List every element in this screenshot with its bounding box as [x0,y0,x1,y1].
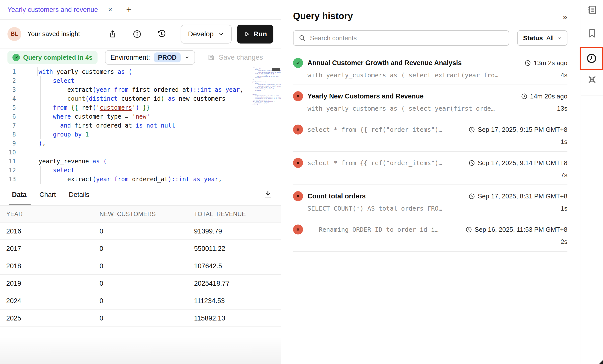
resize-handle[interactable] [599,360,603,364]
query-title: select * from {{ ref("order_items")… [307,126,468,133]
query-history-item[interactable]: Yearly New Customers and Revenue14m 20s … [293,85,567,118]
run-button[interactable]: Run [237,25,273,44]
search-icon [299,34,306,42]
results-tab-bar: Data Chart Details [0,184,281,205]
table-row: 20180107642.5 [0,257,281,275]
query-title: Count total orders [307,192,468,200]
status-filter-value: All [546,34,553,42]
minimap-code: with yearly_customers as ( select extrac… [252,67,280,105]
share-button[interactable] [107,29,118,39]
query-duration: 1s [561,205,567,212]
save-changes-button[interactable]: Save changes [207,53,263,61]
query-timestamp: Sep 16, 2025, 11:53 PM GMT+8 [465,226,567,233]
table-row: 20250115892.13 [0,310,281,327]
environment-selector[interactable]: Environment: PROD [105,50,195,65]
tab-chart[interactable]: Chart [40,184,56,205]
line-number: 9 [0,139,25,148]
indent-guide [40,76,41,139]
table-cell: 0 [93,275,188,292]
plus-icon: + [126,4,132,15]
close-icon[interactable]: × [108,6,112,13]
query-timestamp: 14m 20s ago [521,92,567,100]
page-title: Query history [293,11,353,21]
code-text: extract(year from first_ordered_at)::int… [39,85,244,94]
query-history-item[interactable]: -- Renaming ORDER_ID to order_id i…Sep 1… [293,218,567,252]
table-cell: 0 [93,292,188,310]
code-line: 11yearly_revenue as ( [0,157,281,166]
search-box [293,30,509,46]
code-line: 5 from {{ ref('customers') }} [0,103,281,112]
query-history-item[interactable]: select * from {{ ref("order_items")…Sep … [293,152,567,185]
query-history-item[interactable]: Annual Customer Growth and Revenue Analy… [293,52,567,85]
query-history-item[interactable]: Count total ordersSep 17, 2025, 8:31 PM … [293,185,567,218]
table-cell: 2025418.77 [188,275,281,292]
line-number: 7 [0,121,25,130]
code-text: ), [39,139,46,148]
lineage-icon[interactable] [581,74,603,85]
query-snippet: with yearly_customers as ( select year(f… [307,105,557,112]
collapse-panel-icon[interactable]: » [563,12,567,21]
indent-guide [55,175,55,184]
code-line: 8 group by 1 [0,130,281,139]
minimap-slider[interactable] [272,68,280,71]
history-clock-icon[interactable] [580,47,603,70]
table-row: 2016091399.79 [0,223,281,240]
code-text: where customer_type = 'new' [39,112,150,121]
code-line: 13 extract(year from ordered_at)::int as… [0,175,281,184]
line-number: 4 [0,94,25,103]
status-filter-dropdown[interactable]: Status All [517,30,567,46]
new-tab-button[interactable]: + [120,0,138,19]
line-number: 2 [0,76,25,85]
line-number: 10 [0,148,25,157]
query-history-panel: Query history » Status All Annual Custom… [282,0,581,364]
line-number: 8 [0,130,25,139]
search-input[interactable] [310,34,504,42]
table-cell: 2024 [0,292,93,310]
develop-label: Develop [188,30,214,38]
success-status-icon [293,58,303,68]
table-cell: 2025 [0,310,93,327]
environment-value-badge: PROD [154,52,181,62]
version-history-button[interactable] [156,29,167,39]
bookmark-icon[interactable] [581,28,603,39]
query-duration: 4s [561,71,567,79]
play-icon [244,31,250,37]
indent-guide [55,85,55,103]
download-results-button[interactable] [263,190,272,200]
code-text: extract(year from ordered_at)::int as ye… [39,175,222,184]
query-history-list: Annual Customer Growth and Revenue Analy… [293,52,567,252]
query-title: Yearly New Customers and Revenue [307,92,521,100]
error-status-icon [293,91,303,101]
chevron-down-icon [185,55,190,60]
line-number: 11 [0,157,25,166]
status-filter-label: Status [523,34,543,42]
notebook-icon[interactable] [581,4,603,15]
saved-insight-label: Your saved insight [27,30,80,38]
tab-yearly-customers-and-revenue[interactable]: Yearly customers and revenue × [0,0,120,19]
insight-toolbar: BL Your saved insight Develop Run [0,20,281,48]
line-number: 1 [0,67,25,76]
table-cell: 107642.5 [188,257,281,275]
column-header: TOTAL_REVENUE [188,206,281,223]
info-button[interactable] [132,29,142,39]
query-duration: 1s [561,138,567,146]
code-line: 2 select [0,76,281,85]
sql-code-editor[interactable]: 1with yearly_customers as (2 select3 ext… [0,66,281,184]
avatar: BL [7,27,21,41]
query-history-item[interactable]: select * from {{ ref("order_items")…Sep … [293,118,567,152]
query-duration: 7s [561,171,567,179]
editor-minimap[interactable]: with yearly_customers as ( select extrac… [252,67,280,105]
table-cell: 550011.22 [188,240,281,257]
develop-dropdown[interactable]: Develop [181,25,232,44]
right-icon-sidebar [581,0,603,364]
tab-data[interactable]: Data [12,184,27,205]
error-status-icon [293,225,303,234]
table-cell: 2017 [0,240,93,257]
clock-icon [465,226,472,233]
history-restore-icon [157,29,166,39]
code-text: select [39,166,75,175]
download-icon [263,190,272,199]
query-timestamp: 13m 2s ago [524,59,567,67]
clock-icon [468,126,475,133]
tab-details[interactable]: Details [69,184,90,205]
